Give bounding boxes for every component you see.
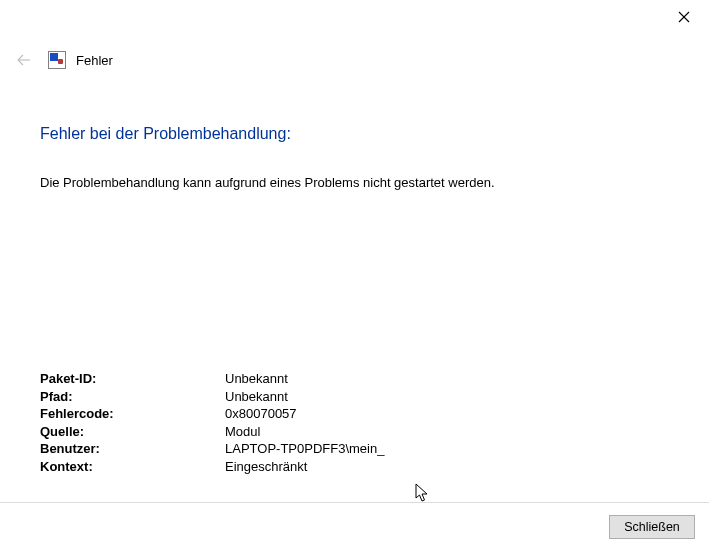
close-button[interactable]: Schließen xyxy=(609,515,695,539)
error-description: Die Problembehandlung kann aufgrund eine… xyxy=(40,175,669,190)
cursor-icon xyxy=(415,483,431,503)
details-row: Kontext: Eingeschränkt xyxy=(40,458,669,476)
details-value: 0x80070057 xyxy=(225,405,669,423)
details-table: Paket-ID: Unbekannt Pfad: Unbekannt Fehl… xyxy=(40,370,669,475)
footer-bar: Schließen xyxy=(0,502,709,551)
details-value: LAPTOP-TP0PDFF3\mein_ xyxy=(225,440,669,458)
details-value: Eingeschränkt xyxy=(225,458,669,476)
details-label: Quelle: xyxy=(40,423,225,441)
content-area: Fehler bei der Problembehandlung: Die Pr… xyxy=(0,70,709,475)
page-heading: Fehler bei der Problembehandlung: xyxy=(40,125,669,143)
details-row: Pfad: Unbekannt xyxy=(40,388,669,406)
details-row: Fehlercode: 0x80070057 xyxy=(40,405,669,423)
details-value: Unbekannt xyxy=(225,370,669,388)
details-value: Modul xyxy=(225,423,669,441)
close-icon[interactable] xyxy=(675,8,693,26)
troubleshoot-app-icon xyxy=(48,51,66,69)
details-row: Quelle: Modul xyxy=(40,423,669,441)
details-label: Fehlercode: xyxy=(40,405,225,423)
back-arrow-icon[interactable] xyxy=(14,50,34,70)
details-label: Paket-ID: xyxy=(40,370,225,388)
window-title: Fehler xyxy=(76,53,113,68)
details-value: Unbekannt xyxy=(225,388,669,406)
details-label: Benutzer: xyxy=(40,440,225,458)
details-row: Benutzer: LAPTOP-TP0PDFF3\mein_ xyxy=(40,440,669,458)
details-row: Paket-ID: Unbekannt xyxy=(40,370,669,388)
details-label: Kontext: xyxy=(40,458,225,476)
details-label: Pfad: xyxy=(40,388,225,406)
title-bar xyxy=(0,0,709,30)
header-row: Fehler xyxy=(0,50,709,70)
